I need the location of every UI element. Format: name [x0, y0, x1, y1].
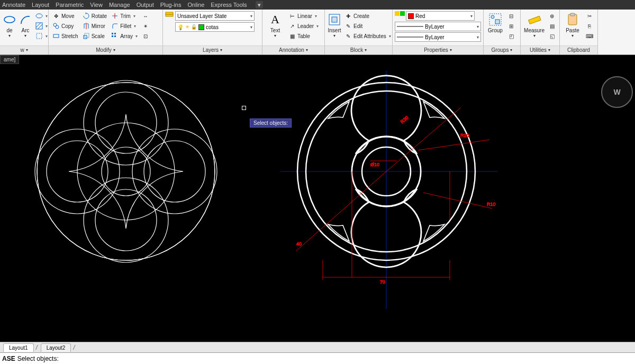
region-icon: [35, 32, 43, 40]
svg-rect-10: [84, 35, 87, 39]
svg-rect-19: [166, 12, 173, 14]
copy-button[interactable]: Copy: [51, 21, 80, 31]
linear-dim-button[interactable]: ⊢Linear▾: [287, 11, 320, 21]
menu-view[interactable]: View: [90, 2, 103, 8]
modify-ext1-button[interactable]: ↔: [140, 11, 151, 21]
lightbulb-icon: 💡: [177, 24, 184, 30]
ungroup-icon: ⊟: [507, 12, 515, 20]
copy-clip-button[interactable]: ⎘: [584, 21, 595, 31]
menu-plugins[interactable]: Plug-ins: [160, 2, 182, 8]
svg-rect-15: [114, 33, 116, 34]
menu-online[interactable]: Online: [187, 2, 204, 8]
svg-point-25: [491, 15, 494, 19]
offset-icon: ⊡: [142, 32, 149, 40]
group-ungroup-button[interactable]: ⊟: [506, 11, 516, 21]
scale-button[interactable]: Scale: [81, 31, 108, 41]
array-button[interactable]: Array▾: [110, 31, 139, 41]
group-edit-button[interactable]: ⊞: [506, 21, 516, 31]
paste-icon: [565, 12, 580, 27]
table-icon: ▦: [288, 32, 296, 40]
svg-line-50: [386, 108, 460, 171]
edit-block-button[interactable]: ✎Edit: [343, 21, 393, 31]
modify-ext2-button[interactable]: ✴: [140, 21, 151, 31]
stretch-button[interactable]: Stretch: [51, 31, 80, 41]
modify-ext3-button[interactable]: ⊡: [140, 31, 151, 41]
menu-layout[interactable]: Layout: [32, 2, 49, 8]
edit-attr-icon: ✎: [344, 32, 352, 40]
layer-color-swatch: [198, 24, 204, 30]
match-props-icon[interactable]: [395, 11, 405, 21]
util3-button[interactable]: ◱: [547, 31, 557, 41]
match-button[interactable]: ⌨: [584, 31, 595, 41]
svg-text:R30: R30: [400, 115, 410, 124]
svg-text:40: 40: [296, 241, 302, 247]
insert-button[interactable]: Insert▾: [327, 11, 342, 38]
edit-attr-button[interactable]: ✎Edit Attributes▾: [343, 31, 393, 41]
svg-rect-18: [166, 14, 173, 16]
linear-icon: ⊢: [288, 12, 296, 20]
fillet-button[interactable]: Fillet▾: [110, 21, 139, 31]
menubar: Annotate Layout Parametric View Manage O…: [0, 0, 635, 10]
layer-state-dropdown[interactable]: Unsaved Layer State▾: [175, 11, 255, 21]
text-button[interactable]: A Text▾: [265, 11, 286, 38]
group-select-button[interactable]: ◰: [506, 31, 516, 41]
tab-layout1[interactable]: Layout1: [3, 343, 34, 352]
util1-button[interactable]: ⊕: [547, 11, 557, 21]
table-button[interactable]: ▦Table: [287, 31, 320, 41]
svg-point-7: [56, 25, 59, 29]
measure-button[interactable]: Measure▾: [523, 11, 546, 38]
svg-text:70: 70: [380, 279, 385, 285]
move-button[interactable]: ✥Move: [51, 11, 80, 21]
move-icon: ✥: [52, 12, 60, 20]
svg-point-32: [37, 83, 215, 260]
menu-annotate[interactable]: Annotate: [2, 2, 25, 8]
panel-layers-label: Layers: [203, 47, 219, 53]
ribbon: de▾ Arc▾ ▾ ▾ ▾ w▾ ✥Move Copy Stretch Rot…: [0, 10, 635, 55]
layer-current-dropdown[interactable]: 💡 ☀ 🔓 cotas ▾: [175, 22, 255, 32]
svg-rect-26: [495, 20, 500, 24]
edit-block-icon: ✎: [344, 22, 352, 30]
hatch-small-button[interactable]: ▾: [34, 21, 49, 31]
explode-icon: ✴: [142, 22, 149, 30]
trim-button[interactable]: Trim▾: [110, 11, 139, 21]
region-small-button[interactable]: ▾: [34, 31, 49, 41]
menu-output[interactable]: Output: [137, 2, 154, 8]
svg-rect-8: [53, 34, 59, 38]
tab-layout2[interactable]: Layout2: [41, 343, 71, 352]
svg-text:R10: R10: [487, 202, 496, 207]
layer-props-icon[interactable]: [165, 11, 174, 20]
paste-button[interactable]: Paste▾: [562, 11, 583, 38]
arc-button[interactable]: Arc▾: [18, 11, 33, 38]
menu-express[interactable]: Express Tools: [211, 2, 247, 8]
command-line[interactable]: ASE Select objects:: [0, 352, 635, 364]
hatch-icon: [35, 22, 43, 30]
layout-tabs: Layout1 / Layout2 /: [0, 342, 635, 352]
group-button[interactable]: Group: [486, 11, 505, 33]
draw-unknown-button[interactable]: de▾: [2, 11, 17, 38]
color-dropdown[interactable]: Red▾: [406, 11, 475, 21]
create-block-button[interactable]: ✚Create: [343, 11, 393, 21]
rotate-button[interactable]: Rotate: [81, 11, 108, 21]
cut-button[interactable]: ✂: [584, 11, 595, 21]
rotate-icon: [83, 12, 90, 20]
measure-icon: [527, 12, 542, 27]
lock-icon: 🔓: [191, 24, 197, 30]
array-icon: [111, 32, 119, 40]
linetype-dropdown[interactable]: ByLayer▾: [395, 32, 481, 42]
mirror-button[interactable]: Mirror: [81, 21, 108, 31]
panel-properties-label: Properties: [424, 47, 448, 53]
calc-icon: ▤: [548, 22, 556, 30]
extend-icon: ↔: [142, 12, 149, 20]
menu-parametric[interactable]: Parametric: [56, 2, 84, 8]
mirror-icon: [83, 22, 90, 30]
ellipse-small-button[interactable]: ▾: [34, 11, 49, 21]
leader-button[interactable]: ↗Leader▾: [287, 21, 320, 31]
util2-button[interactable]: ▤: [547, 21, 557, 31]
menu-overflow-button[interactable]: ▾: [256, 1, 263, 8]
group-edit-icon: ⊞: [507, 22, 515, 30]
drawing-canvas[interactable]: ame] W: [0, 55, 635, 342]
svg-text:R20: R20: [460, 133, 469, 138]
ellipse-icon: [2, 12, 17, 27]
menu-manage[interactable]: Manage: [109, 2, 130, 8]
lineweight-dropdown[interactable]: ByLayer▾: [395, 22, 481, 31]
